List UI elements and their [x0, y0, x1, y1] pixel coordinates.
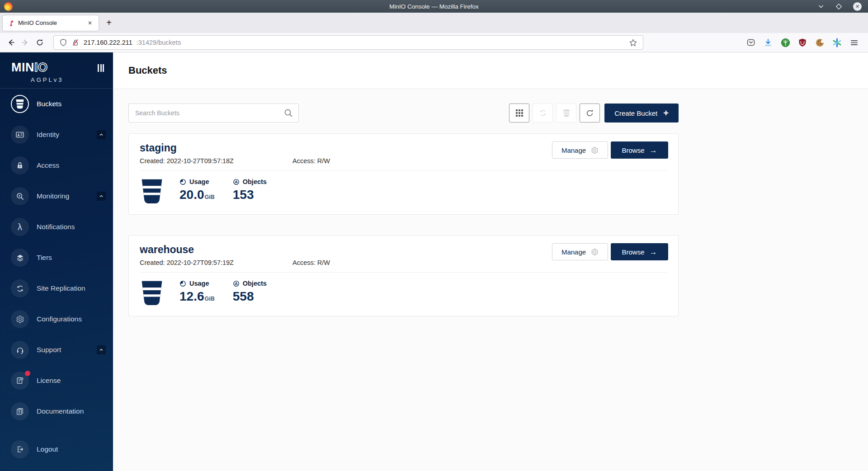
ublock-extension-icon[interactable] — [797, 38, 807, 47]
window-minimize-icon[interactable] — [817, 3, 825, 10]
url-bar[interactable]: 217.160.222.211:31429/buckets — [53, 35, 643, 50]
bucket-access: Access: R/W — [292, 157, 330, 165]
chevron-up-icon[interactable] — [97, 192, 106, 201]
usage-label: Usage — [189, 178, 209, 185]
tab-close-icon[interactable]: ✕ — [86, 19, 94, 27]
new-tab-button[interactable]: + — [101, 15, 117, 31]
bucket-access: Access: R/W — [292, 259, 330, 266]
usage-label-row: Usage — [179, 178, 215, 185]
main-panel: Buckets — [113, 52, 868, 471]
sidebar-item-label: Buckets — [37, 100, 61, 108]
docs-icon — [11, 402, 29, 420]
browse-button[interactable]: Browse → — [611, 141, 668, 159]
usage-pie-icon — [179, 179, 186, 185]
url-host: 217.160.222.211 — [84, 39, 132, 46]
create-bucket-button[interactable]: Create Bucket + — [604, 104, 679, 122]
search-input[interactable] — [128, 104, 299, 122]
sidebar-item-license[interactable]: License — [0, 365, 113, 396]
bucket-card-staging[interactable]: staging Created: 2022-10-27T09:57:18Z Ac… — [128, 133, 679, 215]
grid-view-button[interactable] — [509, 104, 529, 122]
replication-icon — [539, 109, 547, 117]
sidebar-item-label: Access — [37, 161, 59, 170]
shield-permissions-icon[interactable] — [59, 38, 67, 47]
browser-toolbar: 217.160.222.211:31429/buckets — [0, 33, 868, 52]
arrow-right-icon: → — [650, 146, 657, 154]
back-button[interactable] — [4, 35, 18, 50]
forward-button[interactable] — [18, 35, 33, 50]
gear-icon — [11, 310, 29, 328]
delete-bucket-icon — [562, 109, 571, 117]
lock-icon — [11, 156, 29, 174]
gear-icon — [591, 146, 599, 154]
manage-button[interactable]: Manage — [552, 243, 608, 260]
delete-buckets-button-disabled — [556, 104, 576, 122]
sidebar-item-buckets[interactable]: Buckets — [0, 89, 113, 119]
objects-stat: Objects 153 — [233, 178, 267, 201]
logout-icon — [11, 440, 29, 458]
chevron-up-icon[interactable] — [97, 130, 106, 139]
browse-label: Browse — [622, 146, 644, 154]
bucket-icon — [11, 95, 29, 113]
window-close-icon[interactable]: ✕ — [853, 2, 862, 11]
chevron-up-icon[interactable] — [97, 345, 106, 354]
window-titlebar: MinIO Console — Mozilla Firefox ✕ — [0, 0, 868, 13]
browse-button[interactable]: Browse → — [611, 243, 668, 260]
sidebar-collapse-icon[interactable] — [98, 64, 104, 72]
sidebar-item-label: Monitoring — [37, 192, 69, 200]
logo-outline: IO — [34, 61, 48, 74]
usage-stat: Usage 20.0GiB — [179, 178, 215, 201]
search-icon — [284, 108, 293, 118]
objects-value: 153 — [233, 188, 267, 201]
reload-button[interactable] — [33, 35, 47, 50]
minio-console-app: MINIO AGPLv3 Buckets Identity — [0, 52, 868, 471]
sync-icon — [11, 279, 29, 297]
usage-unit: GiB — [205, 194, 215, 200]
browser-tab-minio-console[interactable]: MinIO Console ✕ — [3, 15, 99, 31]
sidebar-item-tiers[interactable]: Tiers — [0, 242, 113, 273]
refresh-button[interactable] — [580, 104, 600, 122]
insecure-lock-icon[interactable] — [71, 38, 80, 47]
window-maximize-icon[interactable] — [835, 3, 842, 10]
privacy-extension-icon[interactable] — [780, 38, 790, 47]
page-title: Buckets — [128, 65, 167, 76]
bucket-card-actions: Manage Browse → — [552, 141, 668, 159]
bucket-created: Created: 2022-10-27T09:57:19Z — [140, 259, 292, 266]
sidebar-item-identity[interactable]: Identity — [0, 119, 113, 150]
objects-label-row: Objects — [233, 178, 267, 185]
search-box — [128, 104, 299, 122]
sidebar-item-access[interactable]: Access — [0, 150, 113, 181]
sidebar-item-configurations[interactable]: Configurations — [0, 304, 113, 334]
usage-label-row: Usage — [179, 280, 215, 287]
sidebar-item-label: Support — [37, 346, 61, 354]
pocket-icon[interactable] — [746, 38, 756, 47]
usage-pie-icon — [179, 280, 186, 287]
objects-icon — [233, 179, 240, 185]
sidebar-item-label: Identity — [37, 131, 59, 139]
objects-value: 558 — [233, 290, 267, 303]
bucket-card-warehouse[interactable]: warehouse Created: 2022-10-27T09:57:19Z … — [128, 235, 679, 316]
buckets-content: Create Bucket + staging Created: 2022-10… — [113, 89, 868, 316]
bookmark-star-icon[interactable] — [629, 38, 637, 47]
usage-label: Usage — [189, 280, 209, 287]
usage-stat: Usage 12.6GiB — [179, 280, 215, 303]
logo-solid: MIN — [11, 61, 34, 74]
sidebar-item-monitoring[interactable]: Monitoring — [0, 181, 113, 212]
sidebar-item-label: Notifications — [37, 223, 75, 231]
downloads-icon[interactable] — [763, 38, 773, 47]
sidebar-item-logout[interactable]: Logout — [0, 434, 113, 465]
bucket-stats: Usage 20.0GiB Objects 153 — [140, 178, 667, 204]
minio-favicon-icon — [7, 19, 14, 27]
objects-label-row: Objects — [233, 280, 267, 287]
headset-icon — [11, 341, 29, 359]
layers-icon — [11, 249, 29, 267]
manage-button[interactable]: Manage — [552, 141, 608, 159]
cookie-extension-icon[interactable] — [815, 38, 825, 47]
sidebar-item-site-replication[interactable]: Site Replication — [0, 273, 113, 304]
firefox-logo-icon — [4, 2, 13, 11]
sidebar-item-documentation[interactable]: Documentation — [0, 396, 113, 427]
menu-hamburger-icon[interactable] — [849, 38, 859, 47]
sidebar-header: MINIO AGPLv3 — [0, 52, 113, 89]
sidebar-item-support[interactable]: Support — [0, 334, 113, 365]
multiaccount-extension-icon[interactable] — [832, 38, 842, 47]
sidebar-item-notifications[interactable]: λ Notifications — [0, 212, 113, 242]
